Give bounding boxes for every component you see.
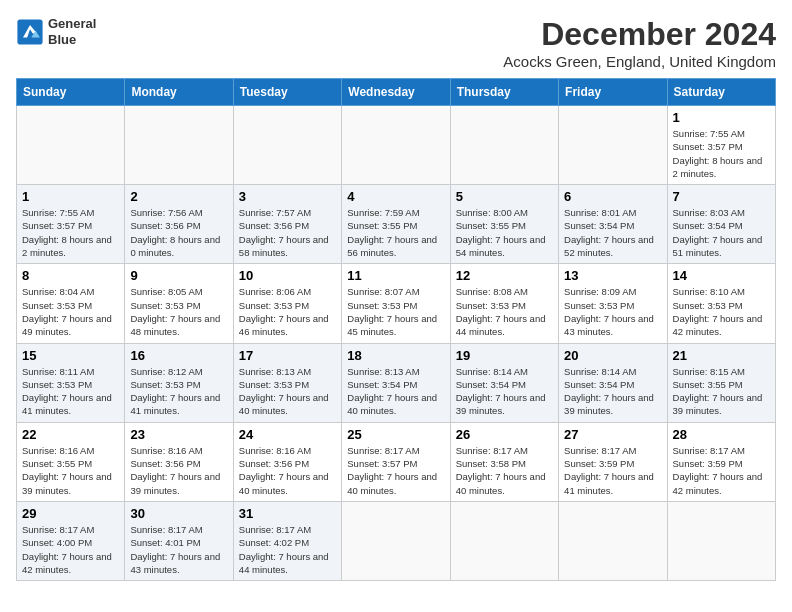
day-number: 18 xyxy=(347,348,444,363)
day-number: 25 xyxy=(347,427,444,442)
sunrise-text: Sunrise: 7:56 AM xyxy=(130,206,227,219)
weekday-header-cell: Sunday xyxy=(17,79,125,106)
weekday-header-cell: Saturday xyxy=(667,79,775,106)
calendar-day-cell: 17 Sunrise: 8:13 AM Sunset: 3:53 PM Dayl… xyxy=(233,343,341,422)
day-number: 8 xyxy=(22,268,119,283)
daylight-text: Daylight: 7 hours and 58 minutes. xyxy=(239,233,336,260)
logo-text: General Blue xyxy=(48,16,96,47)
sunrise-text: Sunrise: 8:03 AM xyxy=(673,206,770,219)
sunrise-text: Sunrise: 8:12 AM xyxy=(130,365,227,378)
day-info: Sunrise: 8:00 AM Sunset: 3:55 PM Dayligh… xyxy=(456,206,553,259)
sunset-text: Sunset: 3:56 PM xyxy=(130,219,227,232)
sunrise-text: Sunrise: 8:00 AM xyxy=(456,206,553,219)
calendar-day-cell: 29 Sunrise: 8:17 AM Sunset: 4:00 PM Dayl… xyxy=(17,501,125,580)
daylight-text: Daylight: 7 hours and 43 minutes. xyxy=(130,550,227,577)
calendar-day-cell xyxy=(667,501,775,580)
sunset-text: Sunset: 3:57 PM xyxy=(673,140,770,153)
calendar-day-cell: 13 Sunrise: 8:09 AM Sunset: 3:53 PM Dayl… xyxy=(559,264,667,343)
day-info: Sunrise: 8:09 AM Sunset: 3:53 PM Dayligh… xyxy=(564,285,661,338)
sunset-text: Sunset: 3:53 PM xyxy=(239,299,336,312)
day-number: 30 xyxy=(130,506,227,521)
sunset-text: Sunset: 3:55 PM xyxy=(22,457,119,470)
day-info: Sunrise: 8:17 AM Sunset: 4:00 PM Dayligh… xyxy=(22,523,119,576)
daylight-text: Daylight: 7 hours and 41 minutes. xyxy=(564,470,661,497)
calendar-day-cell: 10 Sunrise: 8:06 AM Sunset: 3:53 PM Dayl… xyxy=(233,264,341,343)
weekday-header-cell: Wednesday xyxy=(342,79,450,106)
daylight-text: Daylight: 7 hours and 43 minutes. xyxy=(564,312,661,339)
day-number: 9 xyxy=(130,268,227,283)
title-block: December 2024 Acocks Green, England, Uni… xyxy=(503,16,776,70)
sunset-text: Sunset: 3:55 PM xyxy=(347,219,444,232)
day-number: 28 xyxy=(673,427,770,442)
calendar-day-cell xyxy=(450,501,558,580)
day-number: 27 xyxy=(564,427,661,442)
calendar-day-cell: 31 Sunrise: 8:17 AM Sunset: 4:02 PM Dayl… xyxy=(233,501,341,580)
main-title: December 2024 xyxy=(503,16,776,53)
daylight-text: Daylight: 7 hours and 40 minutes. xyxy=(347,470,444,497)
daylight-text: Daylight: 7 hours and 39 minutes. xyxy=(456,391,553,418)
day-info: Sunrise: 8:14 AM Sunset: 3:54 PM Dayligh… xyxy=(564,365,661,418)
subtitle: Acocks Green, England, United Kingdom xyxy=(503,53,776,70)
daylight-text: Daylight: 7 hours and 39 minutes. xyxy=(564,391,661,418)
sunrise-text: Sunrise: 8:11 AM xyxy=(22,365,119,378)
calendar-day-cell: 20 Sunrise: 8:14 AM Sunset: 3:54 PM Dayl… xyxy=(559,343,667,422)
day-number: 17 xyxy=(239,348,336,363)
sunset-text: Sunset: 3:53 PM xyxy=(456,299,553,312)
day-info: Sunrise: 7:55 AM Sunset: 3:57 PM Dayligh… xyxy=(673,127,770,180)
day-info: Sunrise: 8:05 AM Sunset: 3:53 PM Dayligh… xyxy=(130,285,227,338)
calendar-week-row: 1 Sunrise: 7:55 AM Sunset: 3:57 PM Dayli… xyxy=(17,106,776,185)
calendar-day-cell: 14 Sunrise: 8:10 AM Sunset: 3:53 PM Dayl… xyxy=(667,264,775,343)
day-info: Sunrise: 8:17 AM Sunset: 3:59 PM Dayligh… xyxy=(673,444,770,497)
calendar-day-cell: 18 Sunrise: 8:13 AM Sunset: 3:54 PM Dayl… xyxy=(342,343,450,422)
calendar-day-cell: 27 Sunrise: 8:17 AM Sunset: 3:59 PM Dayl… xyxy=(559,422,667,501)
day-info: Sunrise: 8:14 AM Sunset: 3:54 PM Dayligh… xyxy=(456,365,553,418)
sunset-text: Sunset: 3:53 PM xyxy=(239,378,336,391)
calendar-day-cell: 6 Sunrise: 8:01 AM Sunset: 3:54 PM Dayli… xyxy=(559,185,667,264)
weekday-header-cell: Monday xyxy=(125,79,233,106)
day-info: Sunrise: 8:07 AM Sunset: 3:53 PM Dayligh… xyxy=(347,285,444,338)
daylight-text: Daylight: 7 hours and 51 minutes. xyxy=(673,233,770,260)
sunrise-text: Sunrise: 8:16 AM xyxy=(239,444,336,457)
calendar-day-cell: 7 Sunrise: 8:03 AM Sunset: 3:54 PM Dayli… xyxy=(667,185,775,264)
day-number: 31 xyxy=(239,506,336,521)
sunrise-text: Sunrise: 8:17 AM xyxy=(239,523,336,536)
calendar-week-row: 29 Sunrise: 8:17 AM Sunset: 4:00 PM Dayl… xyxy=(17,501,776,580)
calendar-day-cell: 4 Sunrise: 7:59 AM Sunset: 3:55 PM Dayli… xyxy=(342,185,450,264)
day-info: Sunrise: 8:15 AM Sunset: 3:55 PM Dayligh… xyxy=(673,365,770,418)
sunrise-text: Sunrise: 8:16 AM xyxy=(130,444,227,457)
sunrise-text: Sunrise: 8:09 AM xyxy=(564,285,661,298)
sunset-text: Sunset: 3:55 PM xyxy=(456,219,553,232)
sunset-text: Sunset: 3:54 PM xyxy=(456,378,553,391)
calendar-day-cell: 9 Sunrise: 8:05 AM Sunset: 3:53 PM Dayli… xyxy=(125,264,233,343)
sunset-text: Sunset: 3:53 PM xyxy=(130,299,227,312)
day-number: 4 xyxy=(347,189,444,204)
day-number: 3 xyxy=(239,189,336,204)
sunrise-text: Sunrise: 8:08 AM xyxy=(456,285,553,298)
sunset-text: Sunset: 3:55 PM xyxy=(673,378,770,391)
calendar-day-cell: 30 Sunrise: 8:17 AM Sunset: 4:01 PM Dayl… xyxy=(125,501,233,580)
day-number: 19 xyxy=(456,348,553,363)
sunset-text: Sunset: 3:57 PM xyxy=(22,219,119,232)
sunrise-text: Sunrise: 8:17 AM xyxy=(673,444,770,457)
calendar-week-row: 15 Sunrise: 8:11 AM Sunset: 3:53 PM Dayl… xyxy=(17,343,776,422)
day-number: 6 xyxy=(564,189,661,204)
daylight-text: Daylight: 7 hours and 39 minutes. xyxy=(130,470,227,497)
day-number: 15 xyxy=(22,348,119,363)
weekday-header-cell: Friday xyxy=(559,79,667,106)
day-info: Sunrise: 7:55 AM Sunset: 3:57 PM Dayligh… xyxy=(22,206,119,259)
calendar-day-cell xyxy=(559,106,667,185)
daylight-text: Daylight: 7 hours and 54 minutes. xyxy=(456,233,553,260)
sunset-text: Sunset: 3:57 PM xyxy=(347,457,444,470)
calendar-week-row: 22 Sunrise: 8:16 AM Sunset: 3:55 PM Dayl… xyxy=(17,422,776,501)
weekday-header-cell: Thursday xyxy=(450,79,558,106)
day-number: 10 xyxy=(239,268,336,283)
sunrise-text: Sunrise: 8:17 AM xyxy=(22,523,119,536)
calendar-day-cell: 12 Sunrise: 8:08 AM Sunset: 3:53 PM Dayl… xyxy=(450,264,558,343)
sunrise-text: Sunrise: 8:13 AM xyxy=(347,365,444,378)
daylight-text: Daylight: 8 hours and 0 minutes. xyxy=(130,233,227,260)
daylight-text: Daylight: 7 hours and 40 minutes. xyxy=(239,391,336,418)
daylight-text: Daylight: 7 hours and 41 minutes. xyxy=(22,391,119,418)
day-info: Sunrise: 8:12 AM Sunset: 3:53 PM Dayligh… xyxy=(130,365,227,418)
daylight-text: Daylight: 7 hours and 45 minutes. xyxy=(347,312,444,339)
calendar-day-cell: 2 Sunrise: 7:56 AM Sunset: 3:56 PM Dayli… xyxy=(125,185,233,264)
